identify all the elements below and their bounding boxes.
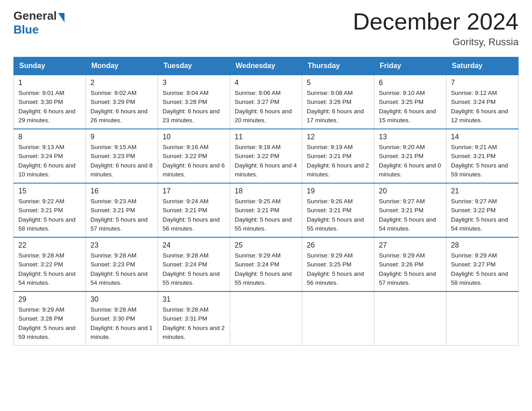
day-info: Sunrise: 9:22 AMSunset: 3:21 PMDaylight:… — [18, 198, 76, 232]
day-number: 14 — [451, 133, 514, 141]
day-number: 26 — [307, 241, 369, 249]
day-number: 6 — [379, 79, 442, 87]
day-info: Sunrise: 9:29 AMSunset: 3:28 PMDaylight:… — [18, 306, 76, 340]
col-header-monday: Monday — [86, 57, 158, 75]
calendar-cell — [230, 291, 302, 346]
day-number: 22 — [18, 241, 81, 249]
day-info: Sunrise: 9:04 AMSunset: 3:28 PMDaylight:… — [163, 90, 220, 124]
calendar-cell: 29 Sunrise: 9:29 AMSunset: 3:28 PMDaylig… — [14, 291, 86, 346]
calendar-cell: 31 Sunrise: 9:28 AMSunset: 3:31 PMDaylig… — [158, 291, 230, 346]
calendar-cell: 21 Sunrise: 9:27 AMSunset: 3:22 PMDaylig… — [446, 183, 519, 237]
day-number: 27 — [379, 241, 442, 249]
calendar-cell: 19 Sunrise: 9:26 AMSunset: 3:21 PMDaylig… — [302, 183, 374, 237]
day-info: Sunrise: 9:27 AMSunset: 3:21 PMDaylight:… — [379, 198, 436, 232]
day-info: Sunrise: 9:16 AMSunset: 3:22 PMDaylight:… — [163, 144, 225, 178]
day-info: Sunrise: 9:10 AMSunset: 3:25 PMDaylight:… — [379, 90, 436, 124]
col-header-saturday: Saturday — [446, 57, 519, 75]
calendar-cell: 26 Sunrise: 9:29 AMSunset: 3:25 PMDaylig… — [302, 237, 374, 291]
day-number: 24 — [163, 241, 225, 249]
day-number: 4 — [235, 79, 297, 87]
calendar-cell: 9 Sunrise: 9:15 AMSunset: 3:23 PMDayligh… — [86, 129, 158, 183]
day-info: Sunrise: 9:24 AMSunset: 3:21 PMDaylight:… — [163, 198, 220, 232]
day-info: Sunrise: 9:01 AMSunset: 3:30 PMDaylight:… — [18, 90, 76, 124]
day-number: 11 — [235, 133, 297, 141]
day-number: 28 — [451, 241, 514, 249]
day-info: Sunrise: 9:28 AMSunset: 3:24 PMDaylight:… — [163, 252, 220, 286]
day-number: 8 — [18, 133, 81, 141]
day-info: Sunrise: 9:06 AMSunset: 3:27 PMDaylight:… — [235, 90, 292, 124]
day-number: 10 — [163, 133, 225, 141]
day-info: Sunrise: 9:13 AMSunset: 3:24 PMDaylight:… — [18, 144, 76, 178]
title-block: December 2024 Goritsy, Russia — [353, 9, 519, 48]
col-header-sunday: Sunday — [14, 57, 86, 75]
day-info: Sunrise: 9:29 AMSunset: 3:26 PMDaylight:… — [379, 252, 436, 286]
day-info: Sunrise: 9:12 AMSunset: 3:24 PMDaylight:… — [451, 90, 508, 124]
day-info: Sunrise: 9:29 AMSunset: 3:24 PMDaylight:… — [235, 252, 292, 286]
day-info: Sunrise: 9:28 AMSunset: 3:31 PMDaylight:… — [163, 306, 225, 340]
day-info: Sunrise: 9:29 AMSunset: 3:25 PMDaylight:… — [307, 252, 364, 286]
day-number: 19 — [307, 187, 369, 195]
calendar-cell: 16 Sunrise: 9:23 AMSunset: 3:21 PMDaylig… — [86, 183, 158, 237]
calendar-cell: 6 Sunrise: 9:10 AMSunset: 3:25 PMDayligh… — [374, 75, 446, 129]
day-number: 12 — [307, 133, 369, 141]
day-info: Sunrise: 9:28 AMSunset: 3:23 PMDaylight:… — [90, 252, 148, 286]
day-number: 5 — [307, 79, 369, 87]
page-header: General Blue December 2024 Goritsy, Russ… — [13, 9, 519, 48]
day-info: Sunrise: 9:26 AMSunset: 3:21 PMDaylight:… — [307, 198, 364, 232]
day-info: Sunrise: 9:20 AMSunset: 3:21 PMDaylight:… — [379, 144, 441, 178]
day-number: 29 — [18, 295, 81, 304]
calendar-cell: 8 Sunrise: 9:13 AMSunset: 3:24 PMDayligh… — [14, 129, 86, 183]
day-number: 30 — [90, 295, 153, 304]
calendar-table: Sunday Monday Tuesday Wednesday Thursday… — [13, 57, 519, 346]
day-info: Sunrise: 9:25 AMSunset: 3:21 PMDaylight:… — [235, 198, 292, 232]
day-info: Sunrise: 9:18 AMSunset: 3:22 PMDaylight:… — [235, 144, 297, 178]
day-number: 7 — [451, 79, 514, 87]
day-number: 20 — [379, 187, 442, 195]
calendar-header-row: Sunday Monday Tuesday Wednesday Thursday… — [14, 57, 519, 75]
day-number: 23 — [90, 241, 153, 249]
calendar-cell: 5 Sunrise: 9:08 AMSunset: 3:26 PMDayligh… — [302, 75, 374, 129]
day-number: 16 — [90, 187, 153, 195]
calendar-cell: 14 Sunrise: 9:21 AMSunset: 3:21 PMDaylig… — [446, 129, 519, 183]
calendar-week-2: 8 Sunrise: 9:13 AMSunset: 3:24 PMDayligh… — [14, 129, 519, 183]
calendar-week-4: 22 Sunrise: 9:28 AMSunset: 3:22 PMDaylig… — [14, 237, 519, 291]
day-number: 3 — [163, 79, 225, 87]
calendar-cell: 10 Sunrise: 9:16 AMSunset: 3:22 PMDaylig… — [158, 129, 230, 183]
calendar-week-3: 15 Sunrise: 9:22 AMSunset: 3:21 PMDaylig… — [14, 183, 519, 237]
calendar-cell: 27 Sunrise: 9:29 AMSunset: 3:26 PMDaylig… — [374, 237, 446, 291]
calendar-cell: 23 Sunrise: 9:28 AMSunset: 3:23 PMDaylig… — [86, 237, 158, 291]
calendar-cell: 22 Sunrise: 9:28 AMSunset: 3:22 PMDaylig… — [14, 237, 86, 291]
calendar-cell: 20 Sunrise: 9:27 AMSunset: 3:21 PMDaylig… — [374, 183, 446, 237]
calendar-cell — [302, 291, 374, 346]
calendar-cell: 12 Sunrise: 9:19 AMSunset: 3:21 PMDaylig… — [302, 129, 374, 183]
calendar-cell: 4 Sunrise: 9:06 AMSunset: 3:27 PMDayligh… — [230, 75, 302, 129]
col-header-tuesday: Tuesday — [158, 57, 230, 75]
day-info: Sunrise: 9:19 AMSunset: 3:21 PMDaylight:… — [307, 144, 369, 178]
calendar-cell — [446, 291, 519, 346]
calendar-cell: 2 Sunrise: 9:02 AMSunset: 3:29 PMDayligh… — [86, 75, 158, 129]
month-title: December 2024 — [353, 9, 519, 34]
day-number: 13 — [379, 133, 442, 141]
calendar-week-1: 1 Sunrise: 9:01 AMSunset: 3:30 PMDayligh… — [14, 75, 519, 129]
day-info: Sunrise: 9:29 AMSunset: 3:27 PMDaylight:… — [451, 252, 508, 286]
day-info: Sunrise: 9:08 AMSunset: 3:26 PMDaylight:… — [307, 90, 364, 124]
day-number: 21 — [451, 187, 514, 195]
calendar-cell: 11 Sunrise: 9:18 AMSunset: 3:22 PMDaylig… — [230, 129, 302, 183]
calendar-cell: 15 Sunrise: 9:22 AMSunset: 3:21 PMDaylig… — [14, 183, 86, 237]
location-subtitle: Goritsy, Russia — [353, 36, 519, 48]
day-number: 25 — [235, 241, 297, 249]
calendar-week-5: 29 Sunrise: 9:29 AMSunset: 3:28 PMDaylig… — [14, 291, 519, 346]
day-number: 18 — [235, 187, 297, 195]
day-info: Sunrise: 9:28 AMSunset: 3:30 PMDaylight:… — [90, 306, 153, 340]
calendar-cell: 24 Sunrise: 9:28 AMSunset: 3:24 PMDaylig… — [158, 237, 230, 291]
day-info: Sunrise: 9:28 AMSunset: 3:22 PMDaylight:… — [18, 252, 76, 286]
day-number: 2 — [90, 79, 153, 87]
day-info: Sunrise: 9:02 AMSunset: 3:29 PMDaylight:… — [90, 90, 148, 124]
col-header-wednesday: Wednesday — [230, 57, 302, 75]
calendar-cell: 3 Sunrise: 9:04 AMSunset: 3:28 PMDayligh… — [158, 75, 230, 129]
day-number: 9 — [90, 133, 153, 141]
calendar-cell: 1 Sunrise: 9:01 AMSunset: 3:30 PMDayligh… — [14, 75, 86, 129]
calendar-cell: 7 Sunrise: 9:12 AMSunset: 3:24 PMDayligh… — [446, 75, 519, 129]
logo: General Blue — [13, 9, 65, 37]
calendar-cell: 28 Sunrise: 9:29 AMSunset: 3:27 PMDaylig… — [446, 237, 519, 291]
